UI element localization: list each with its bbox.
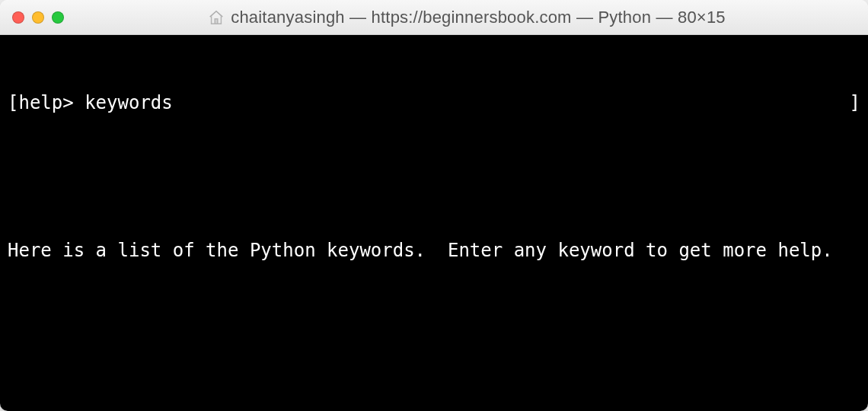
svg-rect-0 (215, 18, 218, 23)
titlebar: chaitanyasingh — https://beginnersbook.c… (0, 0, 868, 35)
window-title: chaitanyasingh — https://beginnersbook.c… (231, 8, 726, 27)
prompt-open: [help> (8, 91, 74, 115)
terminal-body[interactable]: [help> keywords ] Here is a list of the … (0, 35, 868, 411)
minimize-icon[interactable] (32, 11, 44, 24)
home-icon (208, 9, 225, 26)
blank-line (8, 164, 860, 189)
traffic-lights (12, 11, 64, 24)
terminal-window: chaitanyasingh — https://beginnersbook.c… (0, 0, 868, 411)
right-bracket: ] (850, 91, 860, 115)
prompt-line-1: [help> keywords ] (8, 91, 860, 115)
intro-text: Here is a list of the Python keywords. E… (8, 238, 860, 263)
typed-command: keywords (85, 91, 173, 115)
blank-line (8, 312, 860, 336)
window-title-wrap: chaitanyasingh — https://beginnersbook.c… (78, 8, 856, 27)
maximize-icon[interactable] (52, 11, 64, 24)
close-icon[interactable] (12, 11, 24, 24)
